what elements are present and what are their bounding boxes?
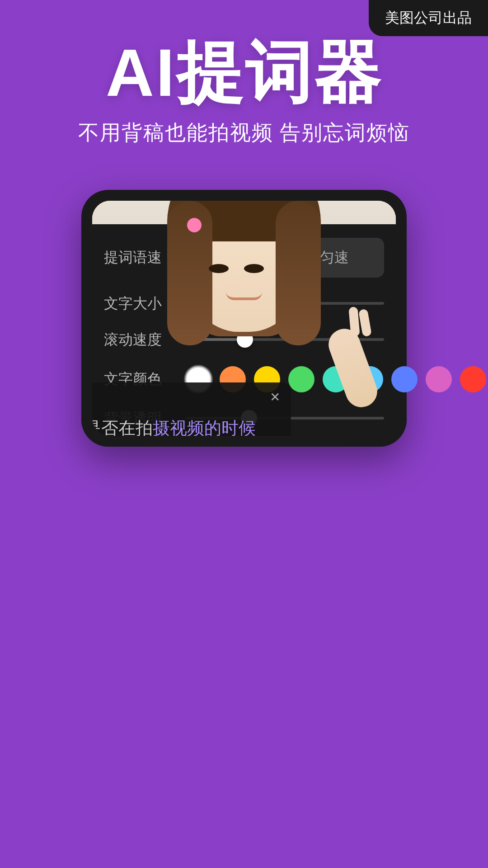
tp-text-area: 你是否在拍摄视频的时候 经常遇到忘词的烦恼？开 拍相机 帮助你告别背词和 [92,412,291,436]
teleprompter-overlay: ✛ ✕ 你是否在拍摄视频的时候 经常遇到忘词的烦恼？开 拍相机 帮助你告别背词和… [92,382,291,436]
tp-line1: 你是否在拍摄视频的时候 [92,416,280,436]
main-title: AI提词器 [0,36,488,110]
title-area: AI提词器 不用背稿也能拍视频 告别忘词烦恼 [0,36,488,147]
color-pink[interactable] [426,366,452,392]
tp-highlight: 摄视频的时候 [153,419,256,436]
subtitle: 不用背稿也能拍视频 告别忘词烦恼 [0,119,488,147]
close-icon[interactable]: ✕ [270,390,280,405]
color-blue[interactable] [391,366,418,392]
top-badge: 美图公司出品 [369,0,488,36]
phone-frame: ✛ ✕ 你是否在拍摄视频的时候 经常遇到忘词的烦恼？开 拍相机 帮助你告别背词和… [81,190,407,447]
phone-mockup: ✛ ✕ 你是否在拍摄视频的时候 经常遇到忘词的烦恼？开 拍相机 帮助你告别背词和… [81,190,407,447]
color-green[interactable] [288,366,314,392]
tp-header: ✛ ✕ [92,382,291,412]
color-red[interactable] [460,366,486,392]
badge-text: 美图公司出品 [385,9,472,26]
